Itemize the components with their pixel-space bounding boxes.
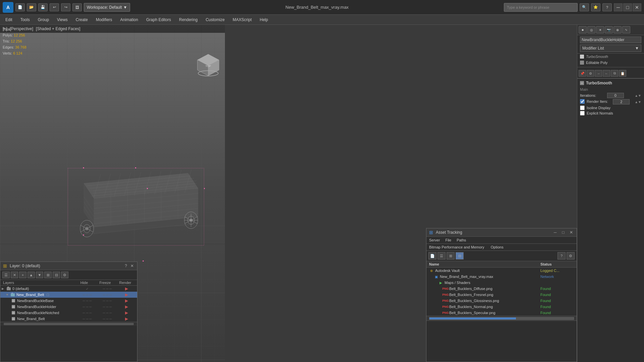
- asset-add-button[interactable]: 📄: [428, 252, 436, 260]
- layer-hide-cell[interactable]: ─ ─ ─: [77, 317, 97, 321]
- modifier-list-dropdown[interactable]: Modifier List ▼: [580, 45, 641, 52]
- layer-render-cell[interactable]: ▶: [117, 316, 136, 321]
- layer-render-cell[interactable]: ▶: [117, 298, 136, 303]
- menu-modifiers[interactable]: Modifiers: [92, 15, 116, 24]
- layer-panel-help-button[interactable]: ?: [125, 264, 127, 268]
- layer-settings-button[interactable]: ⚙: [61, 272, 68, 278]
- modifier-turbosmooth[interactable]: TurboSmooth: [577, 54, 644, 60]
- asset-row[interactable]: PNG Belt_Bucklers_Diffuse.png Found: [426, 286, 577, 292]
- asset-options-item[interactable]: Options: [491, 245, 504, 249]
- layer-render-cell[interactable]: ▶: [117, 292, 136, 297]
- menu-group[interactable]: Group: [34, 15, 53, 24]
- asset-menu-paths[interactable]: Paths: [457, 238, 466, 242]
- layer-select-button[interactable]: ☰: [2, 272, 10, 278]
- iterations-input[interactable]: [607, 93, 624, 98]
- layer-scroll-thumb[interactable]: [4, 323, 134, 325]
- render-iters-spinner[interactable]: ▲▼: [635, 100, 641, 104]
- search-input[interactable]: Type a keyword or phrase: [504, 3, 578, 12]
- menu-edit[interactable]: Edit: [1, 15, 16, 24]
- object-name-field[interactable]: NewBrandBuckleHolder: [580, 37, 641, 43]
- search-button[interactable]: 🔍: [580, 3, 589, 11]
- layer-panel-close-button[interactable]: ✕: [130, 264, 134, 268]
- create-spacewarps-icon[interactable]: ∿: [622, 26, 630, 33]
- layer-expander[interactable]: ▶: [2, 287, 5, 290]
- explicit-normals-checkbox[interactable]: [580, 111, 585, 116]
- pin-stack-icon[interactable]: 📌: [579, 70, 586, 77]
- layer-render-cell[interactable]: ▶: [117, 286, 136, 291]
- paste-mod-icon[interactable]: 📋: [619, 70, 626, 77]
- asset-panel-minimize-button[interactable]: ─: [552, 230, 558, 235]
- open-file-button[interactable]: 📂: [27, 3, 36, 11]
- asset-row[interactable]: ⊕ Autodesk Vault Logged C...: [426, 268, 577, 274]
- asset-icons-view-button[interactable]: ⊞: [447, 252, 455, 260]
- menu-customize[interactable]: Customize: [201, 15, 229, 24]
- viewport-label[interactable]: [+] [Perspective] [Shaded + Edged Faces]: [0, 25, 225, 33]
- close-button[interactable]: ✕: [633, 3, 641, 11]
- layer-freeze-cell[interactable]: ─ ─ ─: [97, 305, 117, 309]
- layer-hide-cell[interactable]: ─ ─ ─: [77, 311, 97, 315]
- menu-animation[interactable]: Animation: [116, 15, 142, 24]
- minimize-button[interactable]: ─: [614, 3, 623, 11]
- menu-maxscript[interactable]: MAXScript: [229, 15, 256, 24]
- layer-render-cell[interactable]: ▶: [117, 304, 136, 309]
- asset-bitmap-perf-item[interactable]: Bitmap Performance and Memory: [429, 245, 484, 249]
- layer-hide-cell[interactable]: ✓: [77, 287, 97, 291]
- layer-freeze-cell[interactable]: ─ ─ ─: [97, 299, 117, 303]
- layer-hide-cell[interactable]: ─ ─ ─: [77, 299, 97, 303]
- asset-row[interactable]: PNG Belt_Bucklers_Fresnel.png Found: [426, 292, 577, 298]
- create-lights-icon[interactable]: ☀: [596, 26, 604, 33]
- isoline-display-checkbox[interactable]: [580, 105, 585, 110]
- layer-hide-cell[interactable]: ─ ─ ─: [77, 305, 97, 309]
- redo-button[interactable]: ↪: [61, 3, 70, 11]
- layer-collapse-button[interactable]: ⊟: [53, 272, 60, 278]
- render-iters-input[interactable]: [613, 99, 630, 104]
- layer-add-button[interactable]: +: [19, 272, 26, 278]
- create-cameras-icon[interactable]: 📷: [605, 26, 613, 33]
- asset-panel-maximize-button[interactable]: □: [561, 230, 566, 235]
- layer-row[interactable]: H New_Brand_Belt ─ ─ ─ ─ ─ ─ ▶: [0, 316, 137, 322]
- cube-gizmo[interactable]: TOP: [195, 52, 222, 78]
- menu-rendering[interactable]: Rendering: [175, 15, 201, 24]
- workspace-selector[interactable]: Workspace: Default ▼: [84, 3, 130, 12]
- modifier-editable-poly[interactable]: Editable Poly: [577, 60, 644, 66]
- layer-hide-cell[interactable]: ─ ─ ─: [77, 293, 97, 297]
- menu-tools[interactable]: Tools: [16, 15, 34, 24]
- layer-delete-button[interactable]: ✕: [11, 272, 18, 278]
- turbosmooth-expand-btn[interactable]: ─: [580, 81, 584, 85]
- layer-render-cell[interactable]: ▶: [117, 310, 136, 315]
- asset-help-button[interactable]: ?: [558, 252, 566, 260]
- asset-row[interactable]: ▶ Maps / Shaders: [426, 280, 577, 286]
- create-shapes-icon[interactable]: ◎: [587, 26, 595, 33]
- insert-after-icon[interactable]: →: [595, 70, 602, 77]
- insert-before-icon[interactable]: ←: [603, 70, 610, 77]
- asset-row[interactable]: ▣ New_Brand_Belt_max_vray.max Network: [426, 274, 577, 280]
- help-button[interactable]: ?: [602, 3, 612, 11]
- menu-create[interactable]: Create: [72, 15, 92, 24]
- create-geometry-icon[interactable]: ●: [579, 26, 587, 33]
- layer-freeze-cell[interactable]: ─ ─ ─: [97, 311, 117, 315]
- asset-table-view-button[interactable]: ⊟: [456, 252, 464, 260]
- viewport-shade-label[interactable]: [Shaded + Edged Faces]: [36, 26, 80, 31]
- layer-expander[interactable]: ▼: [6, 293, 9, 296]
- create-helpers-icon[interactable]: ⊕: [613, 26, 622, 33]
- layer-expand-button[interactable]: ⊞: [44, 272, 52, 278]
- render-scene-button[interactable]: 🖼: [72, 3, 82, 11]
- asset-panel-close-button[interactable]: ✕: [569, 230, 574, 235]
- menu-views[interactable]: Views: [53, 15, 72, 24]
- asset-row[interactable]: PNG Belt_Bucklers_Specular.png Found: [426, 310, 577, 316]
- new-file-button[interactable]: 📄: [15, 3, 25, 11]
- copy-mod-icon[interactable]: ⧉: [611, 70, 618, 77]
- menu-help[interactable]: Help: [256, 15, 272, 24]
- layer-move-down-button[interactable]: ▼: [36, 272, 43, 278]
- asset-menu-server[interactable]: Server: [429, 238, 440, 242]
- layer-freeze-cell[interactable]: ─ ─ ─: [97, 287, 117, 291]
- layer-row[interactable]: ▶ 0 (default) ✓ ─ ─ ─ ▶: [0, 286, 137, 292]
- bookmark-button[interactable]: ⭐: [591, 3, 600, 11]
- asset-row[interactable]: PNG Belt_Bucklers_Glossiness.png Found: [426, 298, 577, 304]
- layer-scrollbar[interactable]: [0, 322, 137, 326]
- layer-move-up-button[interactable]: ▲: [27, 272, 35, 278]
- layer-row[interactable]: H NewBrandBuckleHolder ─ ─ ─ ─ ─ ─ ▶: [0, 304, 137, 310]
- layer-freeze-cell[interactable]: ─ ─ ─: [97, 317, 117, 321]
- asset-row[interactable]: PNG Belt_Bucklers_Normal.png Found: [426, 304, 577, 310]
- maximize-button[interactable]: □: [623, 3, 632, 11]
